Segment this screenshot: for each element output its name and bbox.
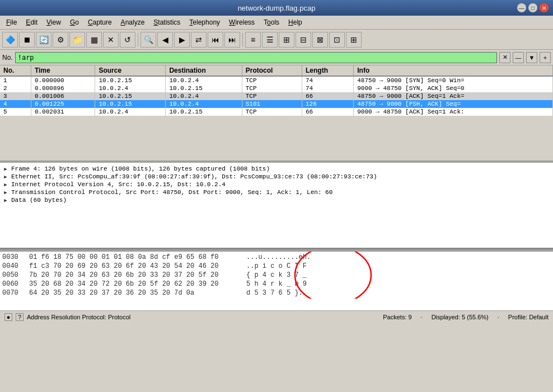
table-row[interactable]: 40.00122510.0.2.1510.0.2.4S10112648750 →… xyxy=(0,100,553,108)
menu-file[interactable]: File xyxy=(2,17,21,28)
title-bar: network-dump.flag.pcap — □ ✕ xyxy=(0,0,553,16)
table-row[interactable]: 30.00100610.0.2.1510.0.2.4TCP6648750 → 9… xyxy=(0,92,553,100)
expand-icon: ▶ xyxy=(2,166,9,172)
toolbar-col3[interactable]: ⊠ xyxy=(312,32,328,48)
menu-go[interactable]: Go xyxy=(66,17,83,28)
hex-line: 006035 20 68 20 34 20 72 20 6b 20 5f 20 … xyxy=(2,280,551,289)
packet-list-container[interactable]: No. Time Source Destination Protocol Len… xyxy=(0,65,553,160)
toolbar-first[interactable]: ⏮ xyxy=(208,32,223,48)
toolbar-last[interactable]: ⏭ xyxy=(224,32,240,48)
toolbar-cycle[interactable]: ⇄ xyxy=(191,32,207,48)
menu-capture[interactable]: Capture xyxy=(84,17,116,28)
status-sep1: · xyxy=(421,314,423,320)
maximize-button[interactable]: □ xyxy=(528,3,537,12)
toolbar-new[interactable]: 🔷 xyxy=(2,32,18,48)
toolbar-forward[interactable]: ▶ xyxy=(174,32,190,48)
col-no: No. xyxy=(0,65,31,76)
status-bar: ● ? Address Resolution Protocol: Protoco… xyxy=(0,310,553,323)
packet-table-header: No. Time Source Destination Protocol Len… xyxy=(0,65,553,76)
menu-edit[interactable]: Edit xyxy=(22,17,41,28)
expand-icon: ▶ xyxy=(2,173,9,180)
table-row[interactable]: 50.00203110.0.2.410.0.2.15TCP669000 → 48… xyxy=(0,108,553,116)
menu-wireless[interactable]: Wireless xyxy=(225,17,259,28)
minimize-button[interactable]: — xyxy=(517,3,526,12)
col-info: Info xyxy=(354,65,553,76)
window-controls: — □ ✕ xyxy=(517,3,549,12)
table-row[interactable]: 10.00000010.0.2.1510.0.2.4TCP7448750 → 9… xyxy=(0,76,553,84)
toolbar-col2[interactable]: ⊟ xyxy=(296,32,311,48)
toolbar-add-col[interactable]: ⊞ xyxy=(279,32,294,48)
hex-line: 007064 20 35 20 33 20 37 20 36 20 35 20 … xyxy=(2,289,551,297)
menu-telephony[interactable]: Telephony xyxy=(185,17,224,28)
status-left: ● ? Address Resolution Protocol: Protoco… xyxy=(4,313,130,321)
hex-ascii: ...u.........eh. xyxy=(246,253,311,262)
hex-container[interactable]: 003001 f6 18 75 00 00 01 01 08 0a 8d cf … xyxy=(0,252,553,310)
menu-help[interactable]: Help xyxy=(284,17,306,28)
hex-line: 003001 f6 18 75 00 00 01 01 08 0a 8d cf … xyxy=(2,253,551,262)
menu-view[interactable]: View xyxy=(43,17,65,28)
status-packets: Packets: 9 xyxy=(383,314,411,320)
status-profile: Profile: Default xyxy=(508,314,549,320)
menu-analyze[interactable]: Analyze xyxy=(117,17,149,28)
filter-bar: No. ✕ — ▼ + xyxy=(0,50,553,65)
toolbar-back[interactable]: ◀ xyxy=(157,32,173,48)
packet-table: No. Time Source Destination Protocol Len… xyxy=(0,65,553,116)
window-title: network-dump.flag.pcap xyxy=(238,4,316,12)
toolbar-folder[interactable]: 📁 xyxy=(69,32,85,48)
toolbar-search[interactable]: 🔍 xyxy=(140,32,156,48)
detail-row[interactable]: ▶Frame 4: 126 bytes on wire (1008 bits),… xyxy=(2,165,551,173)
toolbar-settings[interactable]: ⚙ xyxy=(53,32,68,48)
hex-bytes: 7b 20 70 20 34 20 63 20 6b 20 33 20 37 2… xyxy=(29,271,242,280)
hex-bytes: 35 20 68 20 34 20 72 20 6b 20 5f 20 62 2… xyxy=(29,280,242,289)
filter-dropdown[interactable]: ▼ xyxy=(526,52,537,63)
status-sep2: · xyxy=(498,314,499,320)
hex-offset: 0060 xyxy=(2,280,25,289)
details-container[interactable]: ▶Frame 4: 126 bytes on wire (1008 bits),… xyxy=(0,163,553,249)
toolbar-refresh[interactable]: ↺ xyxy=(120,32,135,48)
hex-content: 003001 f6 18 75 00 00 01 01 08 0a 8d cf … xyxy=(0,252,553,299)
hex-bytes: 64 20 35 20 33 20 37 20 36 20 35 20 7d 0… xyxy=(29,289,242,297)
expand-icon: ▶ xyxy=(2,189,9,196)
col-source: Source xyxy=(95,65,166,76)
hex-bytes: f1 c3 70 20 69 20 63 20 6f 20 43 20 54 2… xyxy=(29,262,242,271)
col-proto: Protocol xyxy=(242,65,302,76)
detail-text: Ethernet II, Src: PcsCompu_af:39:9f (08:… xyxy=(11,173,377,180)
filter-clear[interactable]: ✕ xyxy=(499,52,510,63)
hex-line: 0040f1 c3 70 20 69 20 63 20 6f 20 43 20 … xyxy=(2,262,551,271)
col-time: Time xyxy=(31,65,95,76)
toolbar-grid[interactable]: ▦ xyxy=(86,32,102,48)
toolbar-open[interactable]: ⏹ xyxy=(19,32,35,48)
detail-text: Data (60 bytes) xyxy=(11,197,67,204)
toolbar-col5[interactable]: ⊞ xyxy=(346,32,362,48)
detail-row[interactable]: ▶Data (60 bytes) xyxy=(2,196,551,204)
status-protocol: Address Resolution Protocol: Protocol xyxy=(27,314,130,320)
filter-add[interactable]: + xyxy=(540,52,551,63)
filter-label: No. xyxy=(2,54,13,62)
toolbar-list[interactable]: ≡ xyxy=(245,32,261,48)
menu-bar: File Edit View Go Capture Analyze Statis… xyxy=(0,16,553,30)
menu-tools[interactable]: Tools xyxy=(260,17,283,28)
hex-ascii: d 5 3 7 6 5 }. xyxy=(246,289,303,297)
detail-row[interactable]: ▶Internet Protocol Version 4, Src: 10.0.… xyxy=(2,181,551,188)
close-button[interactable]: ✕ xyxy=(540,3,549,12)
hex-offset: 0030 xyxy=(2,253,25,262)
sep2 xyxy=(242,33,243,46)
toolbar-save[interactable]: 🔄 xyxy=(36,32,51,48)
hex-offset: 0050 xyxy=(2,271,25,280)
toolbar-col4[interactable]: ⊡ xyxy=(329,32,345,48)
detail-text: Transmission Control Protocol, Src Port:… xyxy=(11,189,332,196)
hex-ascii: { p 4 c k 3 7 _ xyxy=(246,271,307,280)
detail-row[interactable]: ▶Transmission Control Protocol, Src Port… xyxy=(2,188,551,196)
filter-bookmark[interactable]: — xyxy=(513,52,524,63)
status-indicator-2: ? xyxy=(16,313,24,321)
detail-text: Internet Protocol Version 4, Src: 10.0.2… xyxy=(11,181,226,188)
expand-icon: ▶ xyxy=(2,181,9,188)
menu-statistics[interactable]: Statistics xyxy=(149,17,184,28)
detail-row[interactable]: ▶Ethernet II, Src: PcsCompu_af:39:9f (08… xyxy=(2,173,551,181)
status-displayed: Displayed: 5 (55.6%) xyxy=(432,314,489,320)
filter-input[interactable] xyxy=(15,52,497,63)
packet-tbody: 10.00000010.0.2.1510.0.2.4TCP7448750 → 9… xyxy=(0,76,553,116)
toolbar-lines[interactable]: ☰ xyxy=(262,32,278,48)
toolbar-close[interactable]: ✕ xyxy=(103,32,119,48)
table-row[interactable]: 20.00089610.0.2.410.0.2.15TCP749000 → 48… xyxy=(0,84,553,92)
